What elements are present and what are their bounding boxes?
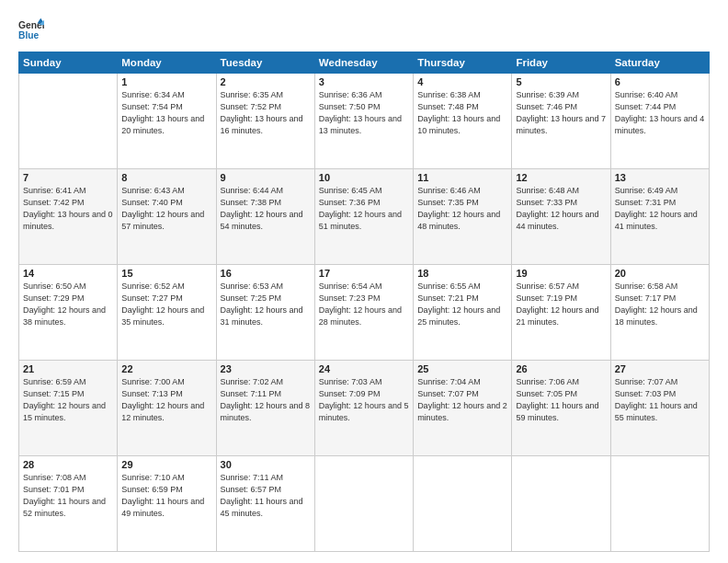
calendar-cell: 4Sunrise: 6:38 AM Sunset: 7:48 PM Daylig… xyxy=(414,74,512,169)
calendar-page: General Blue SundayMondayTuesdayWednesda… xyxy=(0,0,728,563)
cell-sun-info: Sunrise: 7:04 AM Sunset: 7:07 PM Dayligh… xyxy=(417,376,507,424)
day-number: 19 xyxy=(516,268,606,279)
logo-icon: General Blue xyxy=(18,17,44,42)
day-number: 17 xyxy=(319,268,409,279)
day-number: 23 xyxy=(221,363,311,374)
logo: General Blue xyxy=(18,17,44,42)
day-number: 1 xyxy=(121,76,211,87)
calendar-cell: 26Sunrise: 7:06 AM Sunset: 7:05 PM Dayli… xyxy=(512,361,610,456)
calendar-cell xyxy=(414,456,512,552)
cell-sun-info: Sunrise: 7:03 AM Sunset: 7:09 PM Dayligh… xyxy=(319,376,409,424)
cell-sun-info: Sunrise: 6:39 AM Sunset: 7:46 PM Dayligh… xyxy=(516,89,606,137)
calendar-cell: 2Sunrise: 6:35 AM Sunset: 7:52 PM Daylig… xyxy=(216,74,314,169)
cell-sun-info: Sunrise: 6:52 AM Sunset: 7:27 PM Dayligh… xyxy=(121,281,211,328)
day-number: 13 xyxy=(615,172,705,183)
calendar-week-1: 1Sunrise: 6:34 AM Sunset: 7:54 PM Daylig… xyxy=(19,74,710,169)
calendar-cell: 23Sunrise: 7:02 AM Sunset: 7:11 PM Dayli… xyxy=(216,361,314,456)
day-number: 6 xyxy=(615,76,705,87)
cell-sun-info: Sunrise: 6:40 AM Sunset: 7:44 PM Dayligh… xyxy=(615,89,705,137)
calendar-cell: 5Sunrise: 6:39 AM Sunset: 7:46 PM Daylig… xyxy=(512,74,610,169)
day-number: 20 xyxy=(615,268,705,279)
cell-sun-info: Sunrise: 6:55 AM Sunset: 7:21 PM Dayligh… xyxy=(417,281,507,328)
weekday-header-saturday: Saturday xyxy=(610,52,709,74)
cell-sun-info: Sunrise: 6:48 AM Sunset: 7:33 PM Dayligh… xyxy=(516,185,606,233)
day-number: 10 xyxy=(319,172,409,183)
cell-sun-info: Sunrise: 6:46 AM Sunset: 7:35 PM Dayligh… xyxy=(417,185,507,233)
calendar-cell: 24Sunrise: 7:03 AM Sunset: 7:09 PM Dayli… xyxy=(314,361,413,456)
calendar-cell: 19Sunrise: 6:57 AM Sunset: 7:19 PM Dayli… xyxy=(512,265,610,361)
day-number: 15 xyxy=(121,268,211,279)
day-number: 4 xyxy=(417,76,507,87)
day-number: 18 xyxy=(417,268,507,279)
calendar-cell: 13Sunrise: 6:49 AM Sunset: 7:31 PM Dayli… xyxy=(610,169,709,265)
day-number: 27 xyxy=(615,363,705,374)
cell-sun-info: Sunrise: 6:53 AM Sunset: 7:25 PM Dayligh… xyxy=(221,281,311,328)
cell-sun-info: Sunrise: 7:06 AM Sunset: 7:05 PM Dayligh… xyxy=(516,376,606,424)
calendar-cell: 15Sunrise: 6:52 AM Sunset: 7:27 PM Dayli… xyxy=(118,265,216,361)
day-number: 2 xyxy=(221,76,311,87)
calendar-cell: 16Sunrise: 6:53 AM Sunset: 7:25 PM Dayli… xyxy=(216,265,314,361)
cell-sun-info: Sunrise: 6:45 AM Sunset: 7:36 PM Dayligh… xyxy=(319,185,409,233)
calendar-cell: 1Sunrise: 6:34 AM Sunset: 7:54 PM Daylig… xyxy=(118,74,216,169)
calendar-table: SundayMondayTuesdayWednesdayThursdayFrid… xyxy=(18,52,710,552)
cell-sun-info: Sunrise: 7:07 AM Sunset: 7:03 PM Dayligh… xyxy=(615,376,705,424)
calendar-cell: 18Sunrise: 6:55 AM Sunset: 7:21 PM Dayli… xyxy=(414,265,512,361)
cell-sun-info: Sunrise: 6:41 AM Sunset: 7:42 PM Dayligh… xyxy=(23,185,113,233)
calendar-cell xyxy=(512,456,610,552)
weekday-header-monday: Monday xyxy=(118,52,216,74)
cell-sun-info: Sunrise: 6:38 AM Sunset: 7:48 PM Dayligh… xyxy=(417,89,507,137)
cell-sun-info: Sunrise: 7:08 AM Sunset: 7:01 PM Dayligh… xyxy=(23,472,113,520)
cell-sun-info: Sunrise: 6:49 AM Sunset: 7:31 PM Dayligh… xyxy=(615,185,705,233)
weekday-header-row: SundayMondayTuesdayWednesdayThursdayFrid… xyxy=(19,52,710,74)
day-number: 30 xyxy=(221,459,311,470)
cell-sun-info: Sunrise: 7:11 AM Sunset: 6:57 PM Dayligh… xyxy=(221,472,311,520)
day-number: 26 xyxy=(516,363,606,374)
cell-sun-info: Sunrise: 6:59 AM Sunset: 7:15 PM Dayligh… xyxy=(23,376,113,424)
day-number: 28 xyxy=(23,459,113,470)
weekday-header-tuesday: Tuesday xyxy=(216,52,314,74)
calendar-cell xyxy=(314,456,413,552)
cell-sun-info: Sunrise: 6:44 AM Sunset: 7:38 PM Dayligh… xyxy=(221,185,311,233)
calendar-week-2: 7Sunrise: 6:41 AM Sunset: 7:42 PM Daylig… xyxy=(19,169,710,265)
weekday-header-thursday: Thursday xyxy=(414,52,512,74)
day-number: 16 xyxy=(221,268,311,279)
calendar-cell: 25Sunrise: 7:04 AM Sunset: 7:07 PM Dayli… xyxy=(414,361,512,456)
cell-sun-info: Sunrise: 7:02 AM Sunset: 7:11 PM Dayligh… xyxy=(221,376,311,424)
day-number: 7 xyxy=(23,172,113,183)
page-header: General Blue xyxy=(18,17,710,42)
day-number: 11 xyxy=(417,172,507,183)
day-number: 3 xyxy=(319,76,409,87)
cell-sun-info: Sunrise: 6:36 AM Sunset: 7:50 PM Dayligh… xyxy=(319,89,409,137)
day-number: 14 xyxy=(23,268,113,279)
calendar-cell: 27Sunrise: 7:07 AM Sunset: 7:03 PM Dayli… xyxy=(610,361,709,456)
calendar-cell: 12Sunrise: 6:48 AM Sunset: 7:33 PM Dayli… xyxy=(512,169,610,265)
calendar-cell: 21Sunrise: 6:59 AM Sunset: 7:15 PM Dayli… xyxy=(19,361,118,456)
calendar-week-4: 21Sunrise: 6:59 AM Sunset: 7:15 PM Dayli… xyxy=(19,361,710,456)
day-number: 8 xyxy=(121,172,211,183)
cell-sun-info: Sunrise: 7:10 AM Sunset: 6:59 PM Dayligh… xyxy=(121,472,211,520)
day-number: 22 xyxy=(121,363,211,374)
day-number: 29 xyxy=(121,459,211,470)
calendar-cell: 3Sunrise: 6:36 AM Sunset: 7:50 PM Daylig… xyxy=(314,74,413,169)
day-number: 9 xyxy=(221,172,311,183)
calendar-cell xyxy=(610,456,709,552)
calendar-cell: 20Sunrise: 6:58 AM Sunset: 7:17 PM Dayli… xyxy=(610,265,709,361)
calendar-week-3: 14Sunrise: 6:50 AM Sunset: 7:29 PM Dayli… xyxy=(19,265,710,361)
calendar-cell: 28Sunrise: 7:08 AM Sunset: 7:01 PM Dayli… xyxy=(19,456,118,552)
calendar-cell: 14Sunrise: 6:50 AM Sunset: 7:29 PM Dayli… xyxy=(19,265,118,361)
calendar-cell: 11Sunrise: 6:46 AM Sunset: 7:35 PM Dayli… xyxy=(414,169,512,265)
cell-sun-info: Sunrise: 6:35 AM Sunset: 7:52 PM Dayligh… xyxy=(221,89,311,137)
weekday-header-sunday: Sunday xyxy=(19,52,118,74)
calendar-cell: 7Sunrise: 6:41 AM Sunset: 7:42 PM Daylig… xyxy=(19,169,118,265)
day-number: 25 xyxy=(417,363,507,374)
calendar-cell: 29Sunrise: 7:10 AM Sunset: 6:59 PM Dayli… xyxy=(118,456,216,552)
calendar-cell: 6Sunrise: 6:40 AM Sunset: 7:44 PM Daylig… xyxy=(610,74,709,169)
svg-text:Blue: Blue xyxy=(18,30,40,40)
calendar-cell: 10Sunrise: 6:45 AM Sunset: 7:36 PM Dayli… xyxy=(314,169,413,265)
weekday-header-wednesday: Wednesday xyxy=(314,52,413,74)
cell-sun-info: Sunrise: 6:34 AM Sunset: 7:54 PM Dayligh… xyxy=(121,89,211,137)
weekday-header-friday: Friday xyxy=(512,52,610,74)
calendar-cell xyxy=(19,74,118,169)
calendar-cell: 17Sunrise: 6:54 AM Sunset: 7:23 PM Dayli… xyxy=(314,265,413,361)
day-number: 21 xyxy=(23,363,113,374)
